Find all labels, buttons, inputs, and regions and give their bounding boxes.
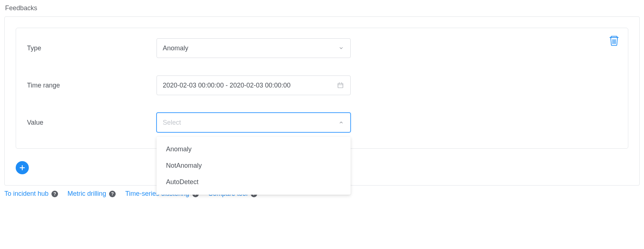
link-incident-hub[interactable]: To incident hub <box>4 190 49 198</box>
chevron-up-icon <box>339 120 344 125</box>
type-row: Type Anomaly <box>27 38 617 58</box>
type-select-value: Anomaly <box>163 44 188 52</box>
time-range-input[interactable]: 2020-02-03 00:00:00 - 2020-02-03 00:00:0… <box>157 75 351 95</box>
type-label: Type <box>27 44 157 52</box>
type-select[interactable]: Anomaly <box>157 38 351 58</box>
help-icon[interactable]: ? <box>51 191 58 197</box>
link-metric-drilling[interactable]: Metric drilling <box>68 190 106 198</box>
value-select-placeholder: Select <box>163 119 181 127</box>
help-icon[interactable]: ? <box>109 191 116 197</box>
chevron-down-icon <box>339 46 344 51</box>
feedbacks-card: Type Anomaly Time range 2020-02-03 00:00… <box>4 16 640 186</box>
svg-rect-0 <box>338 83 343 88</box>
time-range-row: Time range 2020-02-03 00:00:00 - 2020-02… <box>27 75 617 95</box>
time-range-label: Time range <box>27 82 157 89</box>
plus-icon <box>19 164 26 171</box>
value-option-notanomaly[interactable]: NotAnomaly <box>157 157 351 174</box>
delete-button[interactable] <box>609 35 619 46</box>
value-option-autodetect[interactable]: AutoDetect <box>157 174 351 190</box>
calendar-icon <box>337 82 344 89</box>
value-row: Value Select Anomaly NotAnomaly AutoDete… <box>27 113 617 132</box>
time-range-value: 2020-02-03 00:00:00 - 2020-02-03 00:00:0… <box>163 82 290 89</box>
value-option-anomaly[interactable]: Anomaly <box>157 141 351 157</box>
value-select[interactable]: Select <box>157 113 351 132</box>
feedback-item: Type Anomaly Time range 2020-02-03 00:00… <box>16 28 628 149</box>
value-dropdown: Anomaly NotAnomaly AutoDetect <box>157 137 351 195</box>
trash-icon <box>609 35 619 46</box>
section-title: Feedbacks <box>4 4 640 12</box>
add-button[interactable] <box>16 161 29 174</box>
value-label: Value <box>27 119 157 127</box>
